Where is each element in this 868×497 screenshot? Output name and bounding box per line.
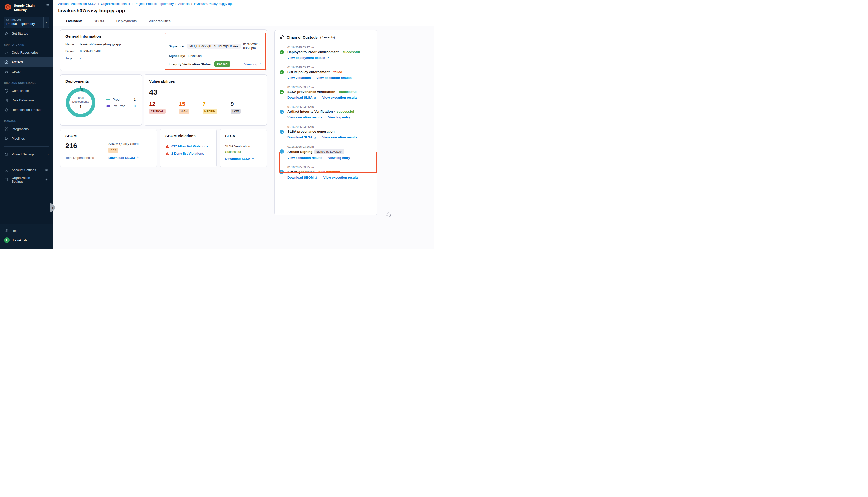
artifact-tags-value: v5 [80, 56, 83, 60]
breadcrumb-artifacts[interactable]: Artifacts [178, 2, 192, 5]
sidebar-item-label: Get Started [12, 32, 28, 36]
total-deployments-value: 1 [79, 104, 82, 110]
artifacts-icon [4, 60, 8, 64]
sidebar-item-label: Project Settings [12, 152, 34, 156]
donut-center-label: Total Deployments 1 [66, 88, 96, 117]
custody-event-artifact-signing: 01/16/2025 03:26pm Artifact Signing Sign… [280, 145, 372, 160]
support-headset-icon[interactable] [386, 212, 391, 217]
sidebar-item-account-settings[interactable]: Account Settings [0, 166, 53, 175]
sidebar-item-code-repositories[interactable]: Code Repositories [0, 48, 53, 57]
card-title: SLSA [225, 133, 262, 138]
view-deployment-details-link[interactable]: View deployment details [287, 56, 330, 60]
view-log-entry-link[interactable]: View log entry [328, 115, 350, 119]
project-label: PROJECT [10, 18, 22, 21]
sbom-card: SBOM 216 Total Dependencies SBOM Quality… [60, 129, 157, 167]
warning-triangle-icon [165, 144, 169, 148]
event-timestamp: 01/16/2025 03:26pm [287, 125, 372, 128]
sidebar-item-rule-definitions[interactable]: Rule Definitions [0, 96, 53, 105]
card-title: Vulnerabilities [149, 79, 262, 83]
view-execution-results-link[interactable]: View execution results [322, 135, 358, 139]
view-log-entry-link[interactable]: View log entry [328, 156, 350, 160]
download-sbom-link[interactable]: Download SBOM [287, 176, 318, 180]
sidebar-item-organization-settings[interactable]: Organization Settings [0, 175, 53, 184]
download-slsa-link[interactable]: Download SLSA [287, 135, 317, 139]
breadcrumb-project[interactable]: Project: Product Exploratory [135, 2, 177, 5]
sidebar-item-artifacts[interactable]: Artifacts [0, 57, 53, 67]
download-sbom-link[interactable]: Download SBOM [109, 156, 139, 160]
severity-row: 12 CRITICAL 15 HIGH 7 MEDIUM 9 LOW [149, 101, 262, 114]
crosshair-icon [4, 108, 8, 112]
sbom-quality-score-badge: 6.13 [109, 148, 118, 153]
sbom-total-dependencies: 216 [65, 142, 109, 150]
event-title: SLSA provenance verification - successfu… [287, 90, 372, 94]
download-slsa-link[interactable]: Download SLSA [225, 157, 255, 161]
tab-deployments[interactable]: Deployments [116, 17, 137, 26]
custody-event-slsa-generation: 01/16/2025 03:26pm SLSA provenance gener… [280, 125, 372, 139]
legend-item-prod: Prod 1 [107, 98, 136, 101]
view-execution-results-link[interactable]: View execution results [323, 176, 359, 180]
sidebar-item-help[interactable]: Help [0, 226, 53, 236]
severity-critical: 12 CRITICAL [149, 101, 172, 114]
view-log-link[interactable]: View log [244, 62, 262, 66]
event-status: successful [339, 90, 356, 94]
chain-link-icon [280, 35, 284, 39]
view-violations-link[interactable]: View violations [287, 76, 311, 80]
sidebar-section-manage: MANAGE [0, 115, 53, 124]
sidebar-item-cicd[interactable]: CI/CD [0, 67, 53, 76]
custody-event-deployed: 01/16/2025 03:27pm Deployed to Prod2 env… [280, 46, 372, 60]
sidebar-divider [4, 162, 49, 162]
view-execution-results-link[interactable]: View execution results [287, 156, 322, 160]
download-icon [314, 136, 317, 139]
warning-triangle-icon [165, 152, 169, 155]
view-execution-results-link[interactable]: View execution results [317, 76, 352, 80]
signature-block: Signature: MEQCICde2VjiT...bL+2+mqnOXw==… [169, 39, 262, 67]
integrations-icon [4, 127, 8, 131]
sidebar-item-label: Organization Settings [12, 176, 41, 184]
card-title: General Information [65, 34, 262, 39]
page-header: Account: Automation-SSCA Organization: d… [53, 0, 434, 26]
organization-icon [4, 178, 8, 182]
slsa-card: SLSA SLSA Verification Successful Downlo… [220, 129, 267, 167]
download-icon [314, 96, 317, 99]
sidebar-item-compliance[interactable]: Compliance [0, 86, 53, 96]
sidebar-item-pipelines[interactable]: Pipelines [0, 134, 53, 143]
view-execution-results-link[interactable]: View execution results [322, 96, 358, 99]
slsa-generation-event-icon [280, 129, 284, 134]
sidebar-item-label: Help [12, 229, 18, 233]
user-menu[interactable]: L Lavakush [0, 236, 53, 245]
deployments-card: Deployments Total Deployments 1 Prod 1 P… [60, 74, 142, 126]
apps-grid-icon[interactable] [46, 4, 49, 8]
sbom-quality: SBOM Quality Score 6.13 Download SBOM [109, 142, 139, 160]
tab-vulnerabilities[interactable]: Vulnerabilities [148, 17, 171, 26]
view-execution-results-link[interactable]: View execution results [287, 115, 322, 119]
severity-high: 15 HIGH [172, 101, 196, 114]
sidebar-item-integrations[interactable]: Integrations [0, 124, 53, 134]
tab-sbom[interactable]: SBOM [93, 17, 104, 26]
brand-title: Supply Chain Security [14, 3, 43, 12]
general-information-card: General Information Name:lavakush07/easy… [60, 29, 267, 71]
legend-item-preprod: Pre Prod 0 [107, 104, 136, 108]
breadcrumb: Account: Automation-SSCA Organization: d… [53, 0, 434, 5]
breadcrumb-account[interactable]: Account: Automation-SSCA [58, 2, 99, 5]
event-title: Deployed to Prod2 environment - successf… [287, 50, 372, 54]
user-name: Lavakush [13, 239, 27, 242]
deny-list-violations-link[interactable]: 2 Deny list Violations [171, 152, 204, 155]
event-status: drift detected [319, 170, 340, 174]
project-chevron-right-icon[interactable] [43, 17, 49, 28]
deployment-event-icon [280, 50, 284, 55]
sidebar-item-project-settings[interactable]: Project Settings [0, 150, 53, 159]
breadcrumb-current[interactable]: lavakush07/easy-buggy-app [194, 2, 233, 5]
tab-overview[interactable]: Overview [66, 17, 82, 26]
project-icon [6, 18, 9, 21]
project-selector[interactable]: PROJECT Product Exploratory [3, 17, 49, 28]
download-slsa-link[interactable]: Download SLSA [287, 96, 317, 99]
sidebar-item-get-started[interactable]: Get Started [0, 29, 53, 39]
prod-legend-marker [107, 99, 110, 100]
custody-event-slsa-verification: 01/16/2025 03:27pm SLSA provenance verif… [280, 86, 372, 99]
event-links: View execution results View log entry [287, 156, 372, 160]
breadcrumb-organization[interactable]: Organization: default [101, 2, 133, 5]
event-status: successful [342, 50, 360, 54]
event-timestamp: 01/16/2025 03:25pm [287, 166, 372, 169]
allow-list-violations-link[interactable]: 637 Allow list Violations [171, 144, 208, 148]
sidebar-item-remediation-tracker[interactable]: Remediation Tracker [0, 105, 53, 115]
